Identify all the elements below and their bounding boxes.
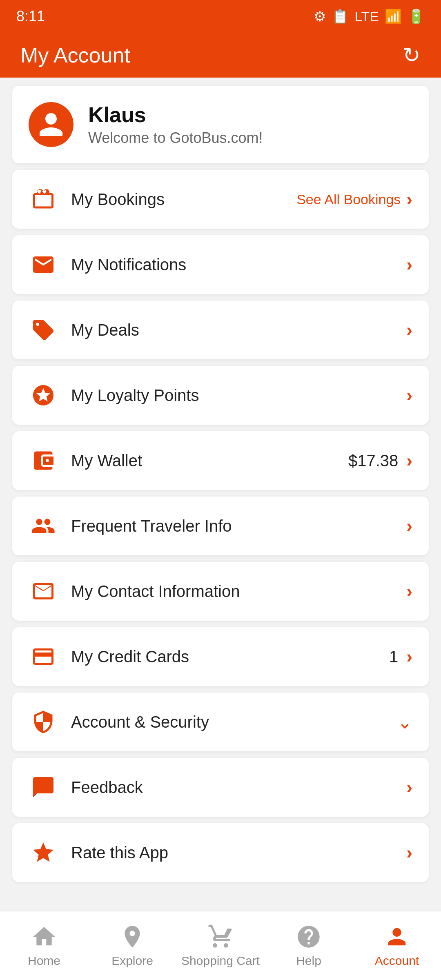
bookings-chevron: › [406,189,412,209]
avatar-icon [37,110,65,139]
bookings-label: My Bookings [71,190,296,209]
creditcards-chevron: › [406,646,412,667]
wallet-icon [29,446,58,475]
profile-name: Klaus [88,102,263,127]
cart-icon [207,924,234,950]
status-icons: ⚙ 📋 LTE 📶 🔋 [314,8,425,24]
nav-label-account: Account [375,954,419,968]
wallet-value: $17.38 [348,452,398,470]
creditcards-label: My Credit Cards [71,648,389,666]
menu-item-bookings[interactable]: My Bookings See All Bookings › [12,170,429,229]
page-header: My Account ↻ [0,33,441,78]
menu-item-contact[interactable]: My Contact Information › [12,562,429,621]
feedback-icon [29,773,58,802]
notifications-label: My Notifications [71,256,406,274]
traveler-chevron: › [406,516,412,536]
main-content: Klaus Welcome to GotoBus.com! My Booking… [0,78,441,970]
settings-status-icon: ⚙ [314,8,326,24]
lte-label: LTE [354,9,379,24]
menu-item-creditcards[interactable]: My Credit Cards 1 › [12,627,429,686]
nav-label-help: Help [296,954,321,968]
loyalty-chevron: › [406,385,412,405]
contact-label: My Contact Information [71,582,406,601]
menu-item-security[interactable]: Account & Security ⌄ [12,693,429,751]
wallet-chevron: › [406,450,412,471]
deals-chevron: › [406,320,412,340]
nav-label-home: Home [28,954,60,968]
creditcards-count: 1 [389,648,398,666]
traveler-label: Frequent Traveler Info [71,517,406,535]
nav-item-help[interactable]: Help [265,924,353,968]
home-icon [31,924,57,950]
account-nav-icon [384,924,410,950]
loyalty-icon [29,381,58,410]
security-chevron: ⌄ [397,712,412,733]
rate-icon [29,838,58,867]
rate-label: Rate this App [71,844,406,862]
bookings-icon [29,185,58,214]
menu-item-rate[interactable]: Rate this App › [12,823,429,882]
notifications-chevron: › [406,254,412,275]
nav-label-cart: Shopping Cart [181,954,260,968]
deals-label: My Deals [71,321,406,339]
profile-info: Klaus Welcome to GotoBus.com! [88,102,263,147]
contact-icon [29,577,58,606]
bookings-link: See All Bookings [296,192,401,207]
menu-item-deals[interactable]: My Deals › [12,301,429,359]
menu-item-wallet[interactable]: My Wallet $17.38 › [12,431,429,490]
contact-chevron: › [406,581,412,601]
menu-item-notifications[interactable]: My Notifications › [12,235,429,294]
sim-icon: 📋 [332,8,349,24]
refresh-button[interactable]: ↻ [403,43,421,67]
menu-item-loyalty[interactable]: My Loyalty Points › [12,366,429,425]
creditcards-icon [29,642,58,671]
explore-icon [119,924,145,950]
nav-label-explore: Explore [111,954,153,968]
rate-chevron: › [406,842,412,863]
menu-item-traveler[interactable]: Frequent Traveler Info › [12,497,429,555]
avatar [29,102,74,147]
menu-item-feedback[interactable]: Feedback › [12,758,429,817]
help-icon [296,924,322,950]
loyalty-label: My Loyalty Points [71,386,406,405]
security-icon [29,707,58,737]
battery-icon: 🔋 [408,8,425,24]
status-bar: 8:11 ⚙ 📋 LTE 📶 🔋 [0,0,441,33]
nav-item-cart[interactable]: Shopping Cart [176,924,265,968]
profile-welcome: Welcome to GotoBus.com! [88,129,263,147]
traveler-icon [29,511,58,541]
deals-icon [29,315,58,345]
security-label: Account & Security [71,713,397,731]
nav-item-explore[interactable]: Explore [88,924,176,968]
bottom-navigation: Home Explore Shopping Cart Help Account [0,911,441,980]
notifications-icon [29,250,58,279]
nav-item-account[interactable]: Account [353,924,441,968]
page-title: My Account [20,43,130,67]
signal-icon: 📶 [385,8,402,24]
status-time: 8:11 [16,8,45,25]
nav-item-home[interactable]: Home [0,924,88,968]
wallet-label: My Wallet [71,452,348,470]
feedback-chevron: › [406,777,412,797]
feedback-label: Feedback [71,778,406,797]
profile-card: Klaus Welcome to GotoBus.com! [12,86,429,163]
